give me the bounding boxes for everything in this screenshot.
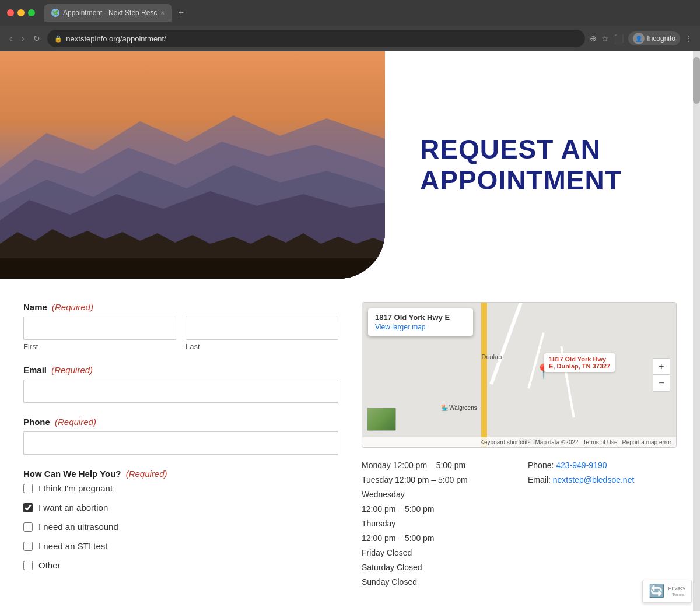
lock-icon: 🔒 [54,35,62,43]
hours-saturday: Saturday Closed [362,561,510,574]
help-label: How Can We Help You? (Required) [23,469,338,479]
tab-search-icon[interactable]: ⬛ [614,34,624,43]
checkbox-group: I think I'm pregnant I want an abortion … [23,483,338,570]
browser-chrome: 🌿 Appointment - Next Step Resc × + ‹ › ↻… [0,0,700,51]
browser-toolbar: ‹ › ↻ 🔒 nextstepinfo.org/appointment/ ⊕ … [0,26,700,51]
hours-friday: Friday Closed [362,547,510,559]
url-text: nextstepinfo.org/appointment/ [66,34,166,43]
checkbox-ultrasound-input[interactable] [23,522,33,532]
forward-button[interactable]: › [19,33,27,44]
cast-icon[interactable]: ⊕ [590,34,597,43]
phone-label: Phone: [528,461,554,470]
tab-favicon: 🌿 [51,9,60,17]
tab-close-button[interactable]: × [160,9,164,16]
name-row: First Last [23,317,338,351]
hero-title: REQUEST AN APPOINTMENT [420,134,622,196]
checkbox-other-label: Other [38,560,61,570]
phone-input[interactable] [23,431,338,455]
checkbox-sti-input[interactable] [23,542,33,551]
close-window-button[interactable] [7,9,14,16]
browser-titlebar: 🌿 Appointment - Next Step Resc × + [0,0,700,26]
bookmark-icon[interactable]: ☆ [601,34,609,43]
phone-field-group: Phone (Required) [23,417,338,455]
checkbox-ultrasound[interactable]: I need an ultrasound [23,522,338,532]
map-container[interactable]: 1817 Old York Hwy E View larger map Dunl… [362,302,677,448]
checkbox-pregnant-input[interactable] [23,484,33,493]
maximize-window-button[interactable] [28,9,35,16]
contact-section: Phone: 423-949-9190 Email: nextstep@bled… [528,459,677,591]
map-report-error-link[interactable]: Report a map error [622,439,671,445]
view-larger-map-link[interactable]: View larger map [375,323,466,331]
main-content: Name (Required) First Last E [0,279,700,611]
email-field-group: Email (Required) [23,365,338,403]
hero-image [0,51,385,279]
name-field-group: Name (Required) First Last [23,302,338,351]
phone-label: Phone (Required) [23,417,338,427]
toolbar-actions: ⊕ ☆ ⬛ 👤 Incognito ⋮ [590,31,693,45]
checkbox-sti-label: I need an STI test [38,541,107,551]
map-popup-address: 1817 Old York Hwy E [375,313,466,322]
incognito-button[interactable]: 👤 Incognito [628,31,680,45]
checkbox-pregnant-label: I think I'm pregnant [38,483,113,493]
traffic-lights [7,9,35,16]
last-name-field: Last [186,317,338,351]
form-section: Name (Required) First Last E [23,302,338,591]
help-field-group: How Can We Help You? (Required) I think … [23,469,338,570]
svg-rect-6 [0,258,385,279]
right-section: 1817 Old York Hwy E View larger map Dunl… [362,302,677,591]
map-footer: Keyboard shortcuts Map data ©2022 Terms … [362,437,676,447]
scrollbar[interactable] [693,51,700,611]
recaptcha-terms[interactable]: – Terms [668,592,685,597]
map-label-walgreens: 🏪 Walgreens [441,405,477,411]
recaptcha-text: Privacy – Terms [668,585,685,598]
name-required: (Required) [52,302,93,312]
contact-email: Email: nextstep@bledsoe.net [528,474,677,486]
hours-thursday: Thursday [362,518,510,530]
checkbox-sti[interactable]: I need an STI test [23,541,338,551]
map-terms-link[interactable]: Terms of Use [583,439,618,445]
recaptcha-logo: 🔄 [649,584,664,599]
hours-wednesday-time: 12:00 pm – 5:00 pm [362,503,510,515]
zoom-out-button[interactable]: − [653,375,670,391]
first-sublabel: First [23,342,176,351]
incognito-label: Incognito [647,34,676,43]
map-thumbnail [367,408,396,431]
email-required: (Required) [51,365,93,375]
browser-tab[interactable]: 🌿 Appointment - Next Step Resc × [44,4,172,22]
name-label: Name (Required) [23,302,338,312]
zoom-in-button[interactable]: + [653,359,670,375]
email-label: Email: [528,475,551,484]
hours-sunday: Sunday Closed [362,576,510,588]
email-input[interactable] [23,380,338,403]
hours-section: Monday 12:00 pm – 5:00 pm Tuesday 12:00 … [362,459,510,591]
tab-title: Appointment - Next Step Resc [63,9,157,17]
new-tab-button[interactable]: + [178,8,184,18]
minimize-window-button[interactable] [18,9,24,16]
email-label: Email (Required) [23,365,338,375]
back-button[interactable]: ‹ [7,33,15,44]
hero-text-area: REQUEST AN APPOINTMENT [385,51,700,279]
reload-button[interactable]: ↻ [31,33,43,44]
last-name-input[interactable] [186,317,338,340]
checkbox-abortion[interactable]: I want an abortion [23,503,338,512]
checkbox-other-input[interactable] [23,561,33,570]
incognito-avatar: 👤 [633,33,645,44]
hours-monday: Monday 12:00 pm – 5:00 pm [362,459,510,472]
checkbox-other[interactable]: Other [23,560,338,570]
address-bar[interactable]: 🔒 nextstepinfo.org/appointment/ [47,30,585,47]
map-label-dunlap: Dunlap [481,353,502,360]
hours-wednesday: Wednesday [362,489,510,501]
email-link[interactable]: nextstep@bledsoe.net [553,475,635,484]
menu-icon[interactable]: ⋮ [685,34,693,43]
contact-phone: Phone: 423-949-9190 [528,459,677,472]
checkbox-abortion-input[interactable] [23,503,33,512]
hero-section: REQUEST AN APPOINTMENT [0,51,700,279]
first-name-input[interactable] [23,317,176,340]
checkbox-pregnant[interactable]: I think I'm pregnant [23,483,338,493]
map-popup: 1817 Old York Hwy E View larger map [368,308,473,336]
phone-link[interactable]: 423-949-9190 [556,461,607,470]
recaptcha-privacy[interactable]: Privacy [668,585,685,592]
recaptcha-badge: 🔄 Privacy – Terms [642,580,692,603]
map-keyboard-shortcuts[interactable]: Keyboard shortcuts [480,439,530,445]
scrollbar-thumb[interactable] [693,57,700,104]
